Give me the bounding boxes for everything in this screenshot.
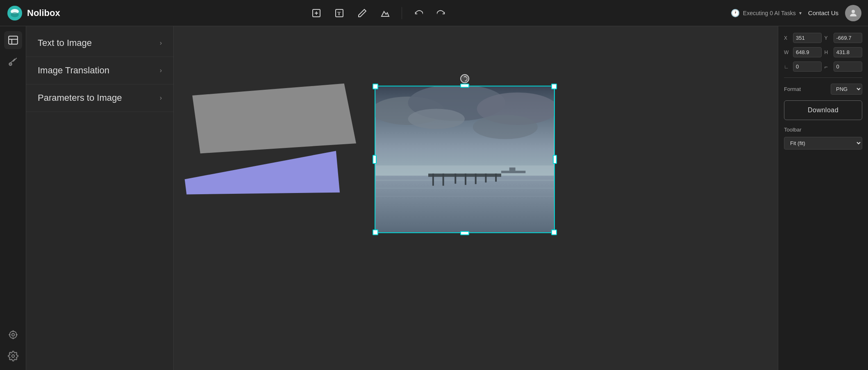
- handle-edge-top[interactable]: [460, 84, 469, 88]
- sidebar-item-parameters-to-image-label: Parameters to Image: [38, 93, 160, 103]
- header-right: 🕐 Executing 0 AI Tasks ▾ Contact Us: [731, 5, 861, 21]
- xy-row: X Y: [784, 33, 862, 43]
- undo-button[interactable]: [409, 3, 428, 23]
- format-label: Format: [784, 86, 801, 92]
- sidebar-item-image-translation[interactable]: Image Translation ›: [26, 57, 173, 84]
- purple-shape[interactable]: [181, 147, 347, 196]
- header-toolbar: T: [27, 3, 731, 23]
- svg-rect-41: [495, 174, 497, 182]
- download-button[interactable]: Download: [784, 100, 862, 120]
- format-row: Format PNG JPG WEBP SVG: [784, 84, 862, 95]
- svg-marker-22: [185, 151, 340, 194]
- handle-corner-bl[interactable]: [373, 229, 378, 235]
- rotate-handle[interactable]: [460, 74, 469, 83]
- target-icon-button[interactable]: [4, 326, 22, 344]
- svg-point-28: [473, 115, 538, 139]
- x-label: X: [784, 35, 791, 41]
- seascape-svg: [375, 86, 554, 232]
- y-group: Y: [825, 33, 863, 43]
- executing-tasks-label: Executing 0 AI Tasks: [743, 10, 796, 16]
- svg-rect-40: [485, 174, 486, 183]
- w-input[interactable]: [793, 47, 822, 57]
- angle-group: ∟: [784, 61, 822, 72]
- canvas-content: [174, 26, 778, 370]
- chevron-down-icon: ▾: [799, 10, 802, 16]
- svg-point-13: [9, 63, 12, 66]
- sidebar-chevron-image-translation: ›: [160, 67, 162, 74]
- svg-text:T: T: [337, 10, 341, 16]
- wh-row: W H: [784, 47, 862, 57]
- svg-marker-21: [192, 84, 356, 154]
- svg-rect-39: [475, 174, 477, 184]
- main-layout: Text to Image › Image Translation › Para…: [0, 26, 868, 370]
- add-tool-button[interactable]: [307, 3, 326, 23]
- corner-group: ⌐: [825, 61, 863, 72]
- sidebar: Text to Image › Image Translation › Para…: [26, 26, 174, 370]
- w-group: W: [784, 47, 822, 57]
- angle-label: ∟: [784, 64, 791, 70]
- toolbar-fit-select[interactable]: Fit (fit) Fill Stretch Tile: [784, 137, 862, 150]
- right-panel: X Y W H ∟ ⌐: [778, 26, 868, 370]
- toolbar-separator: [402, 7, 402, 19]
- settings-icon-button[interactable]: [4, 347, 22, 365]
- toolbar-section-label: Toolbar: [784, 127, 862, 133]
- selected-image-container[interactable]: [375, 86, 555, 233]
- app-header: Nolibox T: [0, 0, 868, 26]
- canvas-area[interactable]: [174, 26, 778, 370]
- props-divider: [784, 77, 862, 78]
- corner-label: ⌐: [825, 64, 832, 70]
- handle-edge-bottom[interactable]: [460, 231, 469, 235]
- svg-point-9: [852, 10, 855, 13]
- sidebar-item-text-to-image-label: Text to Image: [38, 38, 160, 48]
- svg-rect-42: [501, 171, 525, 173]
- brush-icon-button[interactable]: [4, 52, 22, 70]
- handle-corner-tl[interactable]: [373, 84, 378, 89]
- w-label: W: [784, 50, 791, 55]
- svg-rect-35: [432, 174, 434, 186]
- gallery-icon-button[interactable]: [4, 31, 22, 49]
- y-input[interactable]: [834, 33, 862, 43]
- svg-point-14: [9, 331, 16, 338]
- x-input[interactable]: [793, 33, 822, 43]
- svg-marker-8: [382, 11, 389, 16]
- handle-corner-tr[interactable]: [551, 84, 557, 89]
- svg-rect-36: [443, 174, 444, 186]
- pen-tool-button[interactable]: [352, 3, 372, 23]
- angle-corner-row: ∟ ⌐: [784, 61, 862, 72]
- executing-tasks[interactable]: 🕐 Executing 0 AI Tasks ▾: [731, 9, 802, 18]
- y-label: Y: [825, 35, 832, 41]
- svg-point-20: [11, 355, 14, 358]
- sidebar-item-text-to-image[interactable]: Text to Image ›: [26, 30, 173, 57]
- sidebar-item-image-translation-label: Image Translation: [38, 65, 160, 76]
- sidebar-chevron-text-to-image: ›: [160, 39, 162, 47]
- handle-corner-br[interactable]: [551, 229, 557, 235]
- x-group: X: [784, 33, 822, 43]
- svg-point-2: [11, 12, 19, 17]
- icon-bar: [0, 26, 26, 370]
- format-select[interactable]: PNG JPG WEBP SVG: [831, 84, 862, 95]
- h-input[interactable]: [834, 47, 862, 57]
- text-tool-button[interactable]: T: [329, 3, 349, 23]
- svg-rect-10: [9, 36, 18, 44]
- clock-icon: 🕐: [731, 9, 740, 18]
- svg-rect-38: [465, 174, 466, 185]
- image-tool-button[interactable]: [375, 3, 395, 23]
- svg-point-27: [408, 109, 465, 129]
- handle-edge-left[interactable]: [373, 155, 377, 164]
- handle-edge-right[interactable]: [553, 155, 557, 164]
- nolibox-logo-icon: [7, 5, 23, 21]
- redo-button[interactable]: [432, 3, 451, 23]
- corner-input[interactable]: [834, 61, 862, 72]
- svg-rect-43: [509, 168, 516, 171]
- svg-rect-33: [375, 196, 554, 197]
- svg-rect-32: [375, 188, 554, 188]
- contact-us-button[interactable]: Contact Us: [808, 9, 838, 16]
- canvas-image: [375, 86, 554, 232]
- h-group: H: [825, 47, 863, 57]
- user-avatar[interactable]: [845, 5, 861, 21]
- h-label: H: [825, 50, 832, 55]
- sidebar-chevron-parameters-to-image: ›: [160, 94, 162, 102]
- sidebar-item-parameters-to-image[interactable]: Parameters to Image ›: [26, 84, 173, 112]
- svg-rect-37: [454, 174, 456, 184]
- angle-input[interactable]: [793, 61, 822, 72]
